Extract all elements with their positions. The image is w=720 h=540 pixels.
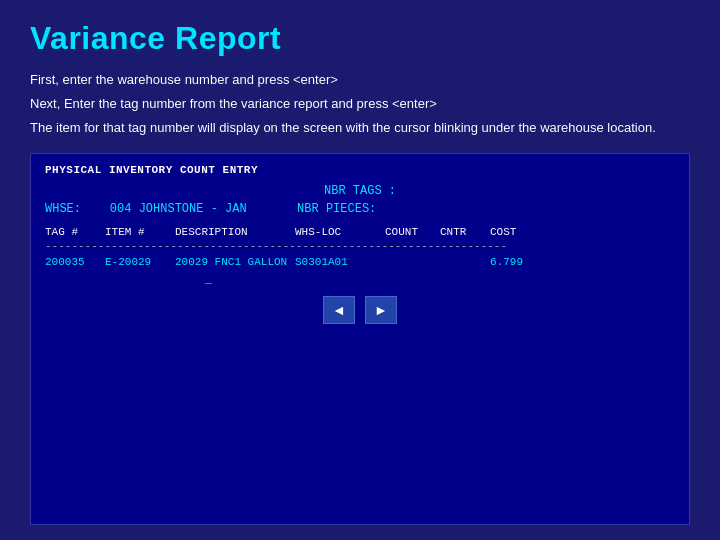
prev-button[interactable]: ◄ <box>323 296 355 324</box>
row-cost: 6.799 <box>490 256 550 268</box>
terminal-divider: ----------------------------------------… <box>45 240 675 252</box>
col-header-whs-loc: WHS-LOC <box>295 226 385 238</box>
row-item: E-20029 <box>105 256 175 268</box>
row-cntr <box>440 256 490 268</box>
terminal-whse-line: WHSE: 004 JOHNSTONE - JAN NBR PIECES: <box>45 202 675 216</box>
terminal-box: PHYSICAL INVENTORY COUNT ENTRY NBR TAGS … <box>30 153 690 525</box>
col-header-cost: COST <box>490 226 550 238</box>
next-button[interactable]: ► <box>365 296 397 324</box>
instruction-2: Next, Enter the tag number from the vari… <box>30 93 690 115</box>
col-header-tag: TAG # <box>45 226 105 238</box>
terminal-header: PHYSICAL INVENTORY COUNT ENTRY <box>45 164 675 176</box>
row-whs-loc: S0301A01 <box>295 256 385 268</box>
terminal-cursor: _ <box>205 272 675 286</box>
nbr-pieces-label: NBR PIECES: <box>297 202 376 216</box>
instructions: First, enter the warehouse number and pr… <box>30 69 690 141</box>
instruction-3: The item for that tag number will displa… <box>30 117 690 139</box>
terminal-nbr-tags: NBR TAGS : <box>45 184 675 198</box>
col-header-cntr: CNTR <box>440 226 490 238</box>
page-title: Variance Report <box>30 20 690 57</box>
whse-label: WHSE: <box>45 202 81 216</box>
col-header-count: COUNT <box>385 226 440 238</box>
row-count <box>385 256 440 268</box>
row-description: 20029 FNC1 GALLON <box>175 256 295 268</box>
nbr-tags-label: NBR TAGS : <box>324 184 396 198</box>
terminal-col-headers: TAG # ITEM # DESCRIPTION WHS-LOC COUNT C… <box>45 226 675 238</box>
instruction-1: First, enter the warehouse number and pr… <box>30 69 690 91</box>
row-tag: 200035 <box>45 256 105 268</box>
page-wrapper: Variance Report First, enter the warehou… <box>0 0 720 540</box>
table-row: 200035 E-20029 20029 FNC1 GALLON S0301A0… <box>45 256 675 268</box>
col-header-item: ITEM # <box>105 226 175 238</box>
nav-buttons: ◄ ► <box>45 296 675 324</box>
col-header-description: DESCRIPTION <box>175 226 295 238</box>
whse-value: 004 JOHNSTONE - JAN <box>110 202 247 216</box>
